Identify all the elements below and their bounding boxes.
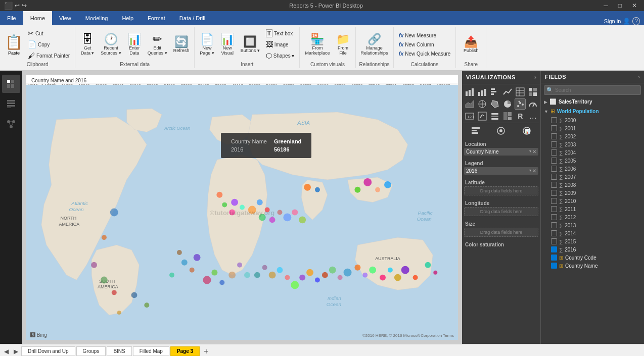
fields-item-2001[interactable]: ∑ 2001	[541, 124, 644, 132]
fields-item-2004[interactable]: ∑ 2004	[541, 148, 644, 157]
check-2011[interactable]	[551, 206, 557, 212]
check-2003[interactable]	[551, 141, 557, 147]
new-measure-button[interactable]: fx New Measure	[397, 31, 453, 39]
buttons-button[interactable]: 🔲 Buttons ▾	[239, 35, 262, 54]
publish-button[interactable]: 📤 Publish	[462, 35, 481, 54]
tab-drill-down[interactable]: Drill Down and Up	[21, 346, 75, 356]
enter-data-button[interactable]: 📊 EnterData	[125, 33, 144, 57]
fields-panel-expand-button[interactable]: ›	[638, 74, 640, 80]
viz-icon-r-script[interactable]: R	[515, 111, 526, 122]
recent-sources-button[interactable]: 🕐 RecentSources ▾	[99, 33, 123, 57]
sidebar-report-icon[interactable]	[2, 75, 20, 93]
fields-item-2003[interactable]: ∑ 2003	[541, 140, 644, 148]
tab-file[interactable]: File	[0, 11, 23, 25]
viz-icon-matrix[interactable]	[527, 86, 538, 97]
check-2013[interactable]	[551, 222, 557, 228]
fields-item-2016[interactable]: ∑ 2016	[541, 245, 644, 253]
check-2012[interactable]	[551, 214, 557, 220]
manage-relationships-button[interactable]: 🔗 ManageRelationships	[359, 33, 390, 57]
size-placeholder[interactable]: Drag data fields here	[464, 228, 538, 237]
fields-category-world-population[interactable]: ▼ ⊞ World Population	[541, 107, 644, 116]
longitude-placeholder[interactable]: Drag data fields here	[464, 207, 538, 216]
viz-icon-clustered-bar[interactable]	[489, 86, 500, 97]
fields-item-2015[interactable]: ∑ 2015	[541, 237, 644, 245]
tab-groups[interactable]: Groups	[76, 346, 106, 356]
fields-item-2010[interactable]: ∑ 2010	[541, 197, 644, 205]
viz-icon-table[interactable]	[515, 86, 526, 97]
fields-item-2009[interactable]: ∑ 2009	[541, 189, 644, 197]
viz-icon-slicer[interactable]	[489, 111, 500, 122]
check-2004[interactable]	[551, 149, 557, 156]
legend-chevron[interactable]: ▾	[529, 168, 531, 174]
check-2010[interactable]	[551, 198, 557, 204]
redo-icon[interactable]: ↪	[22, 2, 27, 9]
viz-fields-icon[interactable]	[470, 125, 481, 136]
fields-item-2006[interactable]: ∑ 2006	[541, 165, 644, 173]
tab-help[interactable]: Help	[115, 11, 141, 25]
minimize-button[interactable]: ─	[601, 2, 611, 9]
new-visual-button[interactable]: 📊 NewVisual	[218, 33, 237, 57]
fields-item-2007[interactable]: ∑ 2007	[541, 173, 644, 181]
shapes-button[interactable]: ⬡Shapes ▾	[264, 50, 297, 61]
undo-icon[interactable]: ↩	[15, 2, 20, 9]
new-column-button[interactable]: fx New Column	[397, 40, 453, 48]
format-painter-button[interactable]: 🖌Format Painter	[26, 50, 72, 61]
check-2014[interactable]	[551, 230, 557, 236]
check-2016[interactable]	[551, 246, 557, 252]
viz-icon-card[interactable]: 123	[464, 111, 475, 122]
viz-icon-treemap[interactable]	[502, 111, 513, 122]
copy-button[interactable]: 📄Copy	[26, 39, 72, 49]
fields-item-2011[interactable]: ∑ 2011	[541, 205, 644, 213]
paste-button[interactable]: 📋 Paste	[3, 33, 25, 57]
fields-item-2005[interactable]: ∑ 2005	[541, 157, 644, 165]
viz-icon-line[interactable]	[502, 86, 513, 97]
viz-format-icon[interactable]	[495, 125, 507, 136]
viz-icon-kpi[interactable]	[477, 111, 488, 122]
help-icon[interactable]: ?	[632, 17, 640, 25]
maximize-button[interactable]: □	[615, 2, 625, 9]
from-file-button[interactable]: 📁 FromFile	[334, 33, 352, 57]
cut-button[interactable]: ✂Cut	[26, 28, 72, 38]
viz-icon-bar[interactable]	[464, 86, 475, 97]
fields-item-country-code[interactable]: ⊞ Country Code	[541, 253, 644, 262]
fields-item-2000[interactable]: ∑ 2000	[541, 116, 644, 124]
check-2000[interactable]	[551, 117, 557, 123]
viz-icon-filled-map[interactable]	[489, 98, 500, 110]
viz-analytics-icon[interactable]: 📊	[521, 125, 532, 136]
tab-filled-map[interactable]: Filled Map	[133, 346, 169, 356]
new-quick-measure-button[interactable]: fx New Quick Measure	[397, 49, 453, 58]
check-2001[interactable]	[551, 125, 557, 131]
tab-modeling[interactable]: Modeling	[78, 11, 115, 25]
latitude-placeholder[interactable]: Drag data fields here	[464, 186, 538, 195]
location-remove-button[interactable]: ✕	[532, 149, 536, 155]
text-box-button[interactable]: TText box	[264, 28, 297, 38]
fields-item-country-name[interactable]: ⊞ Country Name	[541, 262, 644, 270]
sidebar-model-icon[interactable]	[2, 115, 20, 133]
viz-icon-column[interactable]	[477, 86, 488, 97]
tab-nav-prev[interactable]: ◀	[2, 347, 11, 356]
location-field-pill[interactable]: Country Name ▾ ✕	[464, 148, 538, 156]
tab-bins[interactable]: BINS	[107, 346, 131, 356]
edit-queries-button[interactable]: ✏ EditQueries ▾	[146, 33, 169, 57]
fields-category-sales-territory[interactable]: ▶ ⬜ SalesTerritory	[541, 97, 644, 107]
check-2002[interactable]	[551, 133, 557, 139]
check-2009[interactable]	[551, 190, 557, 196]
image-button[interactable]: 🖼Image	[264, 39, 297, 49]
tab-nav-next[interactable]: ▶	[12, 347, 20, 356]
fields-item-2002[interactable]: ∑ 2002	[541, 132, 644, 140]
fields-search-input[interactable]	[555, 87, 638, 93]
fields-item-2014[interactable]: ∑ 2014	[541, 229, 644, 237]
tab-format[interactable]: Format	[141, 11, 172, 25]
get-data-button[interactable]: 🗄 GetData ▾	[78, 33, 97, 57]
fields-item-2012[interactable]: ∑ 2012	[541, 213, 644, 221]
account-icon[interactable]: 👤	[623, 18, 630, 25]
check-country-code[interactable]	[551, 255, 557, 261]
tab-page-3[interactable]: Page 3	[170, 346, 200, 356]
viz-icon-map[interactable]	[477, 98, 488, 110]
viz-panel-expand-button[interactable]: ›	[534, 74, 536, 81]
tab-home[interactable]: Home	[23, 11, 52, 25]
tab-view[interactable]: View	[52, 11, 78, 25]
new-page-button[interactable]: 📄 NewPage ▾	[198, 33, 216, 57]
check-2007[interactable]	[551, 174, 557, 180]
viz-icon-area[interactable]	[464, 98, 475, 110]
